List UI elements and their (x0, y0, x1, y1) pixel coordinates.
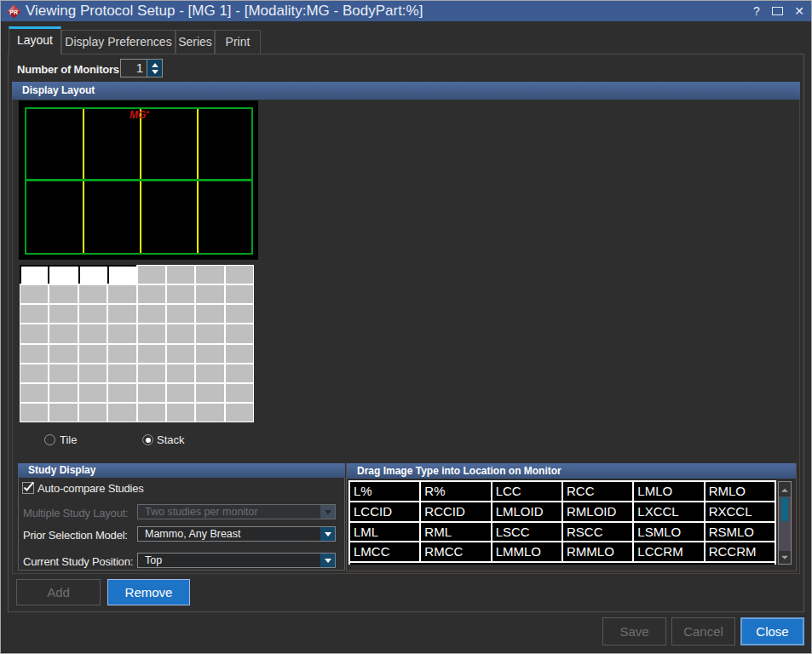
svg-text:PR: PR (9, 9, 18, 15)
